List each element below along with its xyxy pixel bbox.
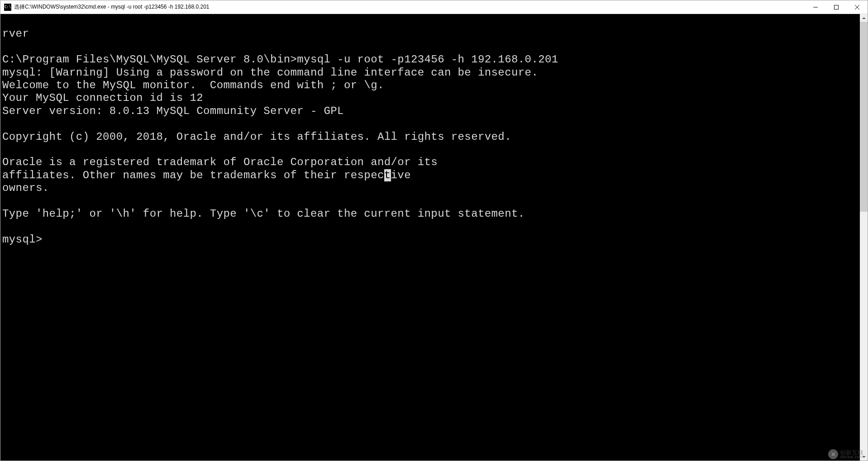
terminal-wrapper: rver C:\Program Files\MySQL\MySQL Server… [0, 14, 868, 461]
terminal-line: Welcome to the MySQL monitor. Commands e… [2, 79, 384, 91]
maximize-button[interactable] [826, 0, 847, 14]
scrollbar-thumb[interactable] [860, 22, 868, 212]
watermark-main: 创新互联 [840, 450, 863, 456]
close-button[interactable] [847, 0, 868, 14]
window-controls [805, 0, 868, 14]
scroll-up-button[interactable] [860, 14, 868, 22]
terminal-line: rver [2, 28, 29, 40]
titlebar[interactable]: C:\ 选择C:\WINDOWS\system32\cmd.exe - mysq… [0, 0, 868, 14]
vertical-scrollbar[interactable] [860, 14, 868, 461]
terminal-output[interactable]: rver C:\Program Files\MySQL\MySQL Server… [0, 14, 860, 461]
watermark: ✕ 创新互联 CDCXHL.COM [828, 449, 863, 459]
terminal-text: affiliates. Other names may be trademark… [2, 169, 384, 181]
watermark-icon: ✕ [828, 449, 838, 459]
terminal-line: C:\Program Files\MySQL\MySQL Server 8.0\… [2, 53, 558, 66]
minimize-button[interactable] [805, 0, 826, 14]
terminal-line: Your MySQL connection id is 12 [2, 92, 203, 104]
cmd-window: C:\ 选择C:\WINDOWS\system32\cmd.exe - mysq… [0, 0, 868, 461]
terminal-cursor: t [384, 169, 391, 181]
watermark-text: 创新互联 CDCXHL.COM [840, 450, 863, 459]
watermark-sub: CDCXHL.COM [840, 456, 863, 459]
window-title: 选择C:\WINDOWS\system32\cmd.exe - mysql -u… [14, 3, 805, 11]
terminal-line: owners. [2, 182, 49, 194]
terminal-line: Type 'help;' or '\h' for help. Type '\c'… [2, 208, 525, 220]
svg-rect-1 [835, 5, 839, 9]
terminal-line-cursor: affiliates. Other names may be trademark… [2, 169, 411, 181]
terminal-prompt: mysql> [2, 233, 43, 246]
terminal-line: Copyright (c) 2000, 2018, Oracle and/or … [2, 131, 511, 143]
terminal-text: ive [391, 169, 411, 181]
terminal-line: Oracle is a registered trademark of Orac… [2, 156, 438, 168]
terminal-line: mysql: [Warning] Using a password on the… [2, 67, 538, 79]
cmd-icon: C:\ [4, 4, 11, 11]
terminal-line: Server version: 8.0.13 MySQL Community S… [2, 105, 344, 117]
